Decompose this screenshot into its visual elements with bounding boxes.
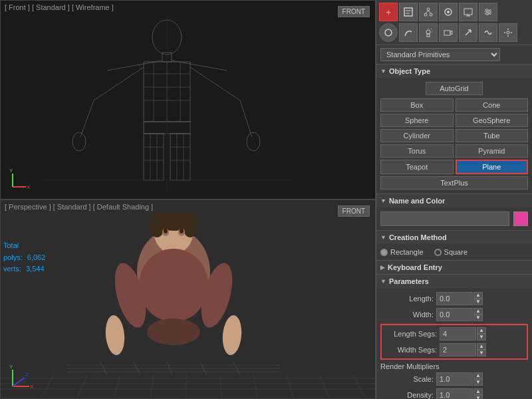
object-type-header[interactable]: ▼ Object Type (376, 65, 532, 78)
svg-point-82 (430, 13, 432, 16)
viewport-bottom[interactable]: [ Perspective ] [ Standard ] [ Default S… (0, 200, 376, 399)
width-row: Width: ▲ ▼ (380, 308, 528, 321)
name-color-header[interactable]: ▼ Name and Color (376, 194, 532, 207)
motion-tool-btn[interactable] (439, 3, 458, 21)
svg-point-96 (385, 29, 392, 36)
density-up[interactable]: ▲ (473, 388, 483, 395)
width-segs-up[interactable]: ▲ (477, 343, 486, 350)
textplus-btn[interactable]: TextPlus (380, 176, 528, 190)
length-input[interactable] (436, 292, 473, 305)
teapot-btn[interactable]: Teapot (380, 160, 454, 174)
viewport-bottom-badge: FRONT (338, 205, 370, 217)
creation-method-content: Rectangle Square (376, 244, 532, 260)
category-dropdown[interactable]: Standard Primitives Extended Primitives … (380, 48, 500, 61)
scale-input[interactable] (436, 372, 473, 386)
width-segs-down[interactable]: ▼ (477, 350, 486, 356)
svg-rect-102 (444, 31, 450, 35)
cylinder-btn[interactable]: Cylinder (380, 129, 454, 142)
name-color-title: Name and Color (389, 197, 445, 205)
box-btn[interactable]: Box (380, 98, 454, 112)
svg-point-15 (72, 132, 86, 151)
parameters-section: ▼ Parameters Length: ▲ ▼ W (376, 275, 532, 399)
length-segs-spinner: ▲ ▼ (477, 327, 486, 340)
creation-method-title: Creation Method (389, 233, 447, 241)
svg-text:X: X (27, 184, 31, 190)
square-radio-btn[interactable] (434, 249, 442, 256)
length-segs-label: Length Segs: (384, 330, 437, 338)
display-tool-btn[interactable] (459, 3, 477, 21)
utilities-tool-btn[interactable] (479, 3, 497, 21)
camera-sub-btn[interactable] (439, 23, 458, 42)
density-down[interactable]: ▼ (473, 395, 483, 399)
torus-btn[interactable]: Torus (380, 144, 454, 158)
length-segs-down[interactable]: ▼ (477, 334, 486, 340)
cone-btn[interactable]: Cone (456, 98, 529, 112)
svg-point-97 (426, 30, 430, 34)
svg-line-13 (190, 67, 240, 100)
length-up[interactable]: ▲ (473, 292, 483, 299)
systems-sub-btn[interactable] (499, 23, 517, 42)
width-segs-label: Width Segs: (384, 346, 437, 354)
pyramid-btn[interactable]: Pyramid (456, 144, 529, 158)
svg-rect-18 (144, 134, 164, 180)
modify-tool-btn[interactable] (399, 3, 418, 21)
svg-line-73 (13, 378, 25, 386)
viewport-top-badge: FRONT (338, 6, 370, 17)
svg-rect-101 (427, 34, 430, 37)
scale-row: Scale: ▲ ▼ (380, 372, 528, 386)
creation-method-section: ▼ Creation Method Rectangle Square (376, 231, 532, 261)
svg-point-44 (139, 249, 208, 322)
width-input[interactable] (436, 308, 473, 321)
plane-btn[interactable]: Plane (456, 160, 529, 174)
spline-sub-btn[interactable] (399, 23, 418, 42)
geosphere-btn[interactable]: GeoSphere (456, 114, 529, 127)
parameters-title: Parameters (389, 277, 429, 285)
scale-up[interactable]: ▲ (473, 372, 483, 379)
width-down[interactable]: ▼ (473, 315, 483, 321)
viewport-top[interactable]: [ Front ] [ Standard ] [ Wireframe ] FRO… (0, 0, 376, 200)
scale-label: Scale: (380, 375, 434, 383)
parameters-header[interactable]: ▼ Parameters (376, 275, 532, 288)
render-multipliers-title: Render Multipliers (380, 362, 528, 370)
svg-point-110 (504, 32, 505, 33)
helper-sub-btn[interactable] (459, 23, 477, 42)
rectangle-radio-btn[interactable] (380, 249, 388, 256)
svg-text:Z: Z (25, 372, 29, 378)
light-sub-btn[interactable] (419, 23, 438, 42)
sphere-btn[interactable]: Sphere (380, 114, 454, 127)
color-swatch[interactable] (513, 211, 528, 226)
stats-overlay: Total polys: 6,062 verts: 3,544 (3, 240, 45, 275)
svg-text:Y: Y (9, 364, 13, 370)
rectangle-label: Rectangle (390, 248, 424, 256)
svg-point-42 (180, 228, 184, 233)
square-radio-label[interactable]: Square (434, 248, 467, 256)
svg-line-84 (428, 11, 431, 13)
svg-point-109 (507, 35, 509, 37)
svg-text:X: X (30, 384, 34, 390)
length-segs-input[interactable] (440, 327, 476, 340)
name-input-field[interactable] (380, 211, 509, 226)
density-input[interactable] (436, 388, 473, 399)
create-tool-btn[interactable]: + (379, 3, 398, 21)
svg-line-99 (431, 29, 432, 29)
spacewarp-sub-btn[interactable] (479, 23, 497, 42)
geometry-sub-btn[interactable] (379, 23, 398, 42)
width-segs-input[interactable] (440, 343, 476, 356)
svg-line-104 (466, 30, 471, 35)
hierarchy-tool-btn[interactable] (419, 3, 438, 21)
rectangle-radio-label[interactable]: Rectangle (380, 248, 424, 256)
svg-point-86 (447, 11, 450, 13)
width-up[interactable]: ▲ (473, 308, 483, 315)
scale-down[interactable]: ▼ (473, 379, 483, 386)
svg-point-111 (511, 32, 512, 33)
length-spinner: ▲ ▼ (473, 292, 483, 305)
length-segs-up[interactable]: ▲ (477, 327, 486, 334)
length-down[interactable]: ▼ (473, 299, 483, 305)
right-panel: + (376, 0, 532, 399)
creation-method-header[interactable]: ▼ Creation Method (376, 231, 532, 244)
keyboard-entry-header[interactable]: ▶ Keyboard Entry (376, 261, 532, 274)
keyboard-entry-title: Keyboard Entry (388, 263, 442, 271)
character-figure (67, 212, 280, 375)
tube-btn[interactable]: Tube (456, 129, 529, 142)
autogrid-button[interactable]: AutoGrid (426, 82, 482, 95)
